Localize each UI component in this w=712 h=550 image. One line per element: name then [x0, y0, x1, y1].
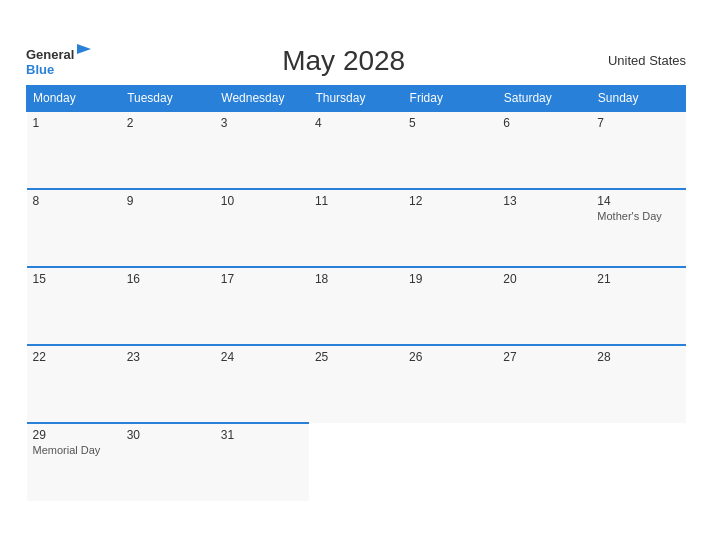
calendar-cell: 22 [27, 345, 121, 423]
day-number: 16 [127, 272, 209, 286]
day-number: 23 [127, 350, 209, 364]
calendar-cell: 1 [27, 111, 121, 189]
calendar-cell: 28 [591, 345, 685, 423]
logo-flag-icon [75, 44, 91, 58]
week-row-5: 29Memorial Day3031 [27, 423, 686, 501]
calendar-cell: 24 [215, 345, 309, 423]
weekday-header-tuesday: Tuesday [121, 86, 215, 112]
calendar-cell: 11 [309, 189, 403, 267]
calendar-cell: 27 [497, 345, 591, 423]
calendar-cell: 26 [403, 345, 497, 423]
week-row-1: 1234567 [27, 111, 686, 189]
logo-blue-text: Blue [26, 62, 54, 77]
weekday-header-wednesday: Wednesday [215, 86, 309, 112]
day-number: 8 [33, 194, 115, 208]
calendar-country: United States [596, 53, 686, 68]
day-number: 14 [597, 194, 679, 208]
day-number: 7 [597, 116, 679, 130]
day-number: 6 [503, 116, 585, 130]
calendar-cell: 6 [497, 111, 591, 189]
calendar-cell: 16 [121, 267, 215, 345]
day-number: 12 [409, 194, 491, 208]
day-number: 15 [33, 272, 115, 286]
week-row-4: 22232425262728 [27, 345, 686, 423]
day-number: 24 [221, 350, 303, 364]
week-row-2: 891011121314Mother's Day [27, 189, 686, 267]
calendar-cell: 9 [121, 189, 215, 267]
calendar-grid: MondayTuesdayWednesdayThursdayFridaySatu… [26, 85, 686, 501]
calendar-cell [403, 423, 497, 501]
calendar-cell: 20 [497, 267, 591, 345]
logo-general-text: General [26, 47, 74, 62]
day-number: 13 [503, 194, 585, 208]
calendar-cell: 14Mother's Day [591, 189, 685, 267]
calendar-cell: 18 [309, 267, 403, 345]
calendar-cell: 12 [403, 189, 497, 267]
calendar-cell: 25 [309, 345, 403, 423]
day-number: 4 [315, 116, 397, 130]
day-number: 18 [315, 272, 397, 286]
calendar-cell: 19 [403, 267, 497, 345]
svg-marker-0 [77, 44, 91, 54]
calendar-cell: 3 [215, 111, 309, 189]
calendar-cell: 5 [403, 111, 497, 189]
day-number: 29 [33, 428, 115, 442]
week-row-3: 15161718192021 [27, 267, 686, 345]
calendar-cell [591, 423, 685, 501]
weekday-header-saturday: Saturday [497, 86, 591, 112]
calendar-cell: 8 [27, 189, 121, 267]
calendar-container: General Blue May 2028 United States Mond… [11, 34, 701, 516]
day-number: 25 [315, 350, 397, 364]
day-number: 26 [409, 350, 491, 364]
day-number: 10 [221, 194, 303, 208]
day-number: 5 [409, 116, 491, 130]
calendar-cell: 29Memorial Day [27, 423, 121, 501]
calendar-title: May 2028 [91, 45, 596, 77]
day-number: 30 [127, 428, 209, 442]
logo: General Blue [26, 44, 91, 77]
day-number: 22 [33, 350, 115, 364]
weekday-header-thursday: Thursday [309, 86, 403, 112]
day-number: 2 [127, 116, 209, 130]
day-number: 21 [597, 272, 679, 286]
calendar-cell: 4 [309, 111, 403, 189]
calendar-cell: 15 [27, 267, 121, 345]
holiday-label: Mother's Day [597, 210, 679, 222]
holiday-label: Memorial Day [33, 444, 115, 456]
day-number: 28 [597, 350, 679, 364]
calendar-cell: 31 [215, 423, 309, 501]
day-number: 19 [409, 272, 491, 286]
calendar-cell [309, 423, 403, 501]
day-number: 9 [127, 194, 209, 208]
weekday-header-sunday: Sunday [591, 86, 685, 112]
calendar-cell: 23 [121, 345, 215, 423]
calendar-cell: 7 [591, 111, 685, 189]
calendar-cell: 21 [591, 267, 685, 345]
day-number: 31 [221, 428, 303, 442]
calendar-cell: 17 [215, 267, 309, 345]
day-number: 27 [503, 350, 585, 364]
day-number: 11 [315, 194, 397, 208]
day-number: 20 [503, 272, 585, 286]
day-number: 17 [221, 272, 303, 286]
weekday-header-monday: Monday [27, 86, 121, 112]
calendar-header: General Blue May 2028 United States [26, 44, 686, 77]
day-number: 3 [221, 116, 303, 130]
day-number: 1 [33, 116, 115, 130]
weekday-header-friday: Friday [403, 86, 497, 112]
calendar-cell [497, 423, 591, 501]
calendar-cell: 10 [215, 189, 309, 267]
weekday-header-row: MondayTuesdayWednesdayThursdayFridaySatu… [27, 86, 686, 112]
calendar-cell: 2 [121, 111, 215, 189]
calendar-cell: 13 [497, 189, 591, 267]
calendar-cell: 30 [121, 423, 215, 501]
